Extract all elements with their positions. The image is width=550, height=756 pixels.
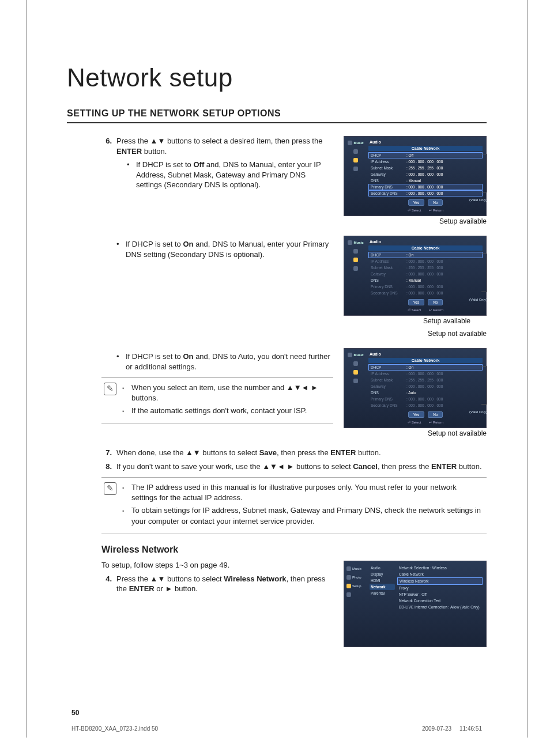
field-dhcp[interactable]: DHCP: On xyxy=(368,252,483,258)
note-text: The IP address used in this manual is fo… xyxy=(131,482,484,503)
field-sdns: Secondary DNS: 000 . 000 . 000 . 000 xyxy=(368,402,483,409)
label: Primary DNS xyxy=(371,397,404,401)
caption-setup-available: Setup available xyxy=(344,217,487,225)
line-ntp-server[interactable]: NTP Server : Off xyxy=(397,591,483,598)
text: buttons to select xyxy=(201,448,259,457)
label: Gateway xyxy=(371,272,404,276)
line-cable-network[interactable]: Cable Network xyxy=(397,571,483,577)
pencil-icon: ✎ xyxy=(104,482,116,495)
label: IP Address xyxy=(371,259,404,263)
step-6-text-b: buttons to select a desired item, then p… xyxy=(165,137,322,145)
no-button[interactable]: No xyxy=(428,299,443,305)
field-dns[interactable]: DNS: Manual xyxy=(368,177,483,184)
menu-display[interactable]: Display xyxy=(370,571,395,577)
step-8: 8. If you don't want to save your work, … xyxy=(101,462,487,472)
field-dhcp[interactable]: DHCP: Off xyxy=(368,152,483,158)
field-pdns[interactable]: Primary DNS: 000 . 000 . 000 . 000 xyxy=(368,184,483,190)
step-6-bullet-2: If DHCP is set to On and, DNS to Manual,… xyxy=(116,239,333,259)
field-gateway[interactable]: Gateway: 000 . 000 . 000 . 000 xyxy=(368,171,483,177)
wireless-heading: Wireless Network xyxy=(101,545,487,555)
value: : 000 . 000 . 000 . 000 xyxy=(406,372,480,376)
label: IP Address xyxy=(371,160,404,164)
music-icon xyxy=(348,353,352,357)
cancel-bold: Cancel xyxy=(353,462,378,471)
label: DHCP xyxy=(371,153,404,157)
no-button[interactable]: No xyxy=(428,411,443,418)
ui-panel-dhcp-on-manual: Music Audio Cable Network DHCP: On IP Ad… xyxy=(344,236,487,316)
caption-setup-available: Setup available xyxy=(344,317,470,325)
footer-time: 11:46:51 xyxy=(459,725,482,732)
text: buttons to select xyxy=(165,574,224,583)
line-wireless-network[interactable]: Wireless Network xyxy=(397,577,483,585)
yes-button[interactable]: Yes xyxy=(408,199,425,206)
line-network-selection[interactable]: Network Selection : Wireless xyxy=(397,565,483,571)
page-title: Network setup xyxy=(67,63,487,92)
hint-select: Select xyxy=(408,208,421,212)
field-ip[interactable]: IP Address: 000 . 000 . 000 . 000 xyxy=(368,158,483,165)
menu-network[interactable]: Network xyxy=(370,584,395,590)
value: : 255 . 255 . 255 . 000 xyxy=(406,378,480,382)
caption-setup-not-available: Setup not available xyxy=(344,330,487,338)
step-6-text-c: button. xyxy=(142,147,167,156)
step-4-num: 4. xyxy=(101,574,112,594)
valid-only-label: (Valid Only) xyxy=(469,198,487,202)
footer-date: 2009-07-23 xyxy=(422,725,451,732)
ui-panel-dhcp-off: Music Audio Cable Network DHCP: Off IP A… xyxy=(344,136,487,216)
music-icon xyxy=(346,566,351,571)
field-gateway: Gateway: 000 . 000 . 000 . 000 xyxy=(368,383,483,390)
enter-bold: ENTER xyxy=(129,584,155,593)
hint-return: Return xyxy=(429,420,443,424)
substep-text: If DHCP is set to xyxy=(126,352,183,361)
yes-button[interactable]: Yes xyxy=(408,299,425,305)
text: Press the xyxy=(116,574,150,583)
field-dns[interactable]: DNS: Auto xyxy=(368,390,483,396)
line-bdlive[interactable]: BD-LIVE Internet Connection : Allow (Val… xyxy=(397,604,483,610)
text: , then press the xyxy=(378,462,431,471)
panel-subheader: Cable Network xyxy=(368,358,483,363)
field-subnet[interactable]: Subnet Mask: 255 . 255 . 255 . 000 xyxy=(368,165,483,171)
label: Secondary DNS xyxy=(371,403,404,407)
photo-icon xyxy=(353,149,358,154)
field-dns[interactable]: DNS: Manual xyxy=(368,277,483,284)
note-2: To obtain settings for IP address, Subne… xyxy=(122,505,484,526)
sidebar-label: Music xyxy=(353,353,363,357)
field-sdns[interactable]: Secondary DNS: 000 . 000 . 000 . 000 xyxy=(368,190,483,196)
value: : Auto xyxy=(406,391,480,395)
panel-subheader: Cable Network xyxy=(368,245,483,251)
home-icon xyxy=(353,167,358,171)
text: button. xyxy=(457,462,481,471)
value: : On xyxy=(406,253,480,257)
gear-icon xyxy=(346,584,351,588)
panel-header: Audio xyxy=(368,240,483,244)
line-proxy[interactable]: Proxy xyxy=(397,585,483,591)
off-bold: Off xyxy=(193,160,204,169)
on-bold: On xyxy=(183,240,193,248)
valid-only-label: (Valid Only) xyxy=(469,298,487,301)
hint-select: Select xyxy=(408,308,421,312)
value: : 000 . 000 . 000 . 000 xyxy=(406,397,480,401)
home-icon xyxy=(353,266,358,271)
save-bold: Save xyxy=(259,448,277,457)
tip-2: If the automatic settings don't work, co… xyxy=(122,406,331,416)
field-pdns: Primary DNS: 000 . 000 . 000 . 000 xyxy=(368,284,483,290)
menu-hdmi[interactable]: HDMI xyxy=(370,577,395,584)
substep-text: If DHCP is set to xyxy=(136,160,193,169)
section-title: SETTING UP THE NETWORK SETUP OPTIONS xyxy=(67,108,487,123)
text: When done, use the xyxy=(116,448,186,457)
field-dhcp[interactable]: DHCP: On xyxy=(368,364,483,371)
gear-icon xyxy=(353,370,358,375)
field-ip: IP Address: 000 . 000 . 000 . 000 xyxy=(368,371,483,377)
sidebar-label: Music xyxy=(352,567,361,570)
field-subnet: Subnet Mask: 255 . 255 . 255 . 000 xyxy=(368,264,483,271)
arrow-up-down-icon: ▲▼ xyxy=(150,574,165,583)
no-button[interactable]: No xyxy=(428,199,443,206)
menu-audio[interactable]: Audio xyxy=(370,565,395,571)
menu-parental[interactable]: Parental xyxy=(370,590,395,596)
hint-return: Return xyxy=(429,308,443,312)
value: : Manual xyxy=(406,179,480,183)
line-network-connection-test[interactable]: Network Connection Test xyxy=(397,598,483,604)
yes-button[interactable]: Yes xyxy=(408,411,425,418)
pencil-icon: ✎ xyxy=(104,383,116,395)
text: , then press the xyxy=(277,448,330,457)
gear-icon xyxy=(353,158,358,162)
